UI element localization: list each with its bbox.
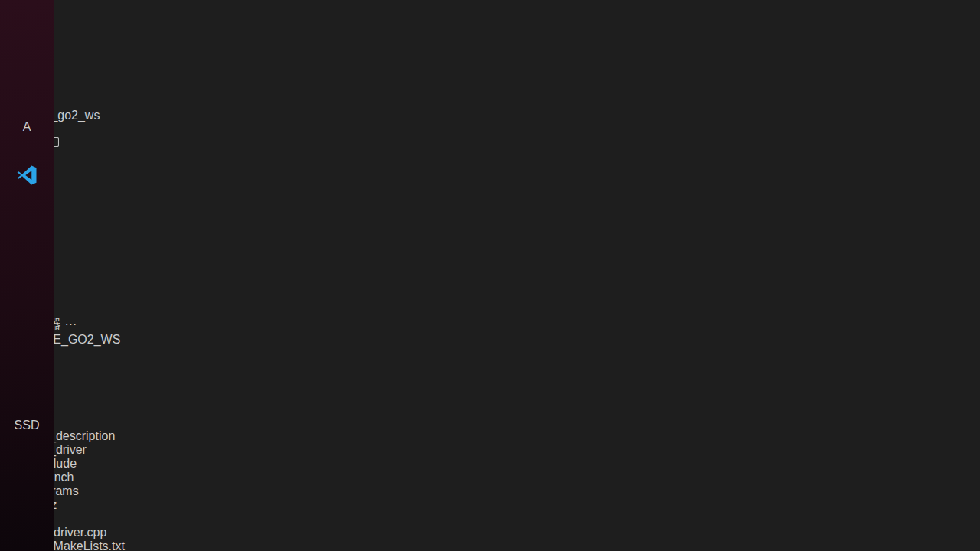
menu-编辑(E)[interactable]: 编辑(E) (0, 33, 980, 49)
screen: ASSD 文件(F)编辑(E)选择(S)查看(V)··· ← → unitree… (0, 0, 980, 551)
account-icon[interactable] (0, 279, 980, 298)
tree-item-label: driver.cpp (54, 526, 106, 539)
layout-controls (0, 136, 980, 150)
activity-bar-bottom: 1 (0, 279, 980, 317)
tree-folder-go2_driver[interactable]: ›go2_driver (0, 443, 980, 457)
vscode-icon[interactable] (10, 160, 44, 194)
explorer-icon[interactable] (0, 164, 980, 183)
search-icon[interactable] (0, 183, 980, 202)
show-applications-icon[interactable] (10, 508, 44, 542)
menu-选择(S)[interactable]: 选择(S) (0, 49, 980, 65)
menu-···[interactable]: ··· (0, 81, 980, 95)
firefox-icon[interactable] (10, 11, 44, 44)
tree-folder-params[interactable]: ›params (0, 484, 980, 498)
tree-folder-launch[interactable]: ›launch (0, 471, 980, 484)
tree-file-CMakeLists.txt[interactable]: MCMakeLists.txt (0, 540, 980, 551)
tree-folder-rviz[interactable]: ›rviz (0, 498, 980, 512)
menu-查看(V)[interactable]: 查看(V) (0, 65, 980, 81)
command-center-search[interactable]: unitree_go2_ws (0, 109, 980, 122)
activity-bar-top (0, 164, 980, 279)
tree-folder-src[interactable]: ›src (0, 402, 980, 416)
window-controls: × (0, 150, 980, 164)
tree-folder-base[interactable]: ›base (0, 416, 980, 429)
desktop-dock: ASSD (0, 0, 54, 551)
history-nav: ← → (0, 95, 980, 109)
tree-file-driver.cpp[interactable]: C++driver.cpp (0, 526, 980, 540)
tree-folder-log[interactable]: ›log (0, 388, 980, 402)
app-circle-2-icon[interactable] (10, 309, 44, 343)
tree-folder-src[interactable]: ›src (0, 512, 980, 526)
files-app-icon[interactable] (10, 60, 44, 94)
app-dim-icon[interactable] (10, 458, 44, 492)
app-circle-3-icon[interactable] (10, 359, 44, 393)
explorer-sidebar: 资源管理器 ··· › UNITREE_GO2_WS ›.vscode›buil… (0, 317, 980, 551)
recorder-app-icon[interactable] (10, 210, 44, 243)
tree-item-label: CMakeLists.txt (44, 540, 125, 551)
source-control-icon[interactable] (0, 202, 980, 221)
file-tree: ›.vscode›build›install›log›src›base›go2_… (0, 347, 980, 551)
sidebar-actions-icon[interactable]: ··· (64, 318, 77, 331)
ubuntu-software-icon[interactable]: A (10, 110, 44, 144)
main-area: 1 资源管理器 ··· › UNITREE_GO2_WS ›.vscode›bu… (0, 164, 980, 551)
testing-icon[interactable] (0, 259, 980, 279)
tree-folder-.vscode[interactable]: ›.vscode (0, 347, 980, 360)
activity-bar: 1 (0, 164, 980, 317)
run-debug-icon[interactable] (0, 221, 980, 240)
tree-folder-install[interactable]: ›install (0, 374, 980, 388)
app-circle-1-icon[interactable] (10, 259, 44, 293)
tree-folder-include[interactable]: ›include (0, 457, 980, 471)
sidebar-header: 资源管理器 ··· (0, 317, 980, 333)
menu-bar: 文件(F)编辑(E)选择(S)查看(V)··· (0, 17, 980, 95)
ssd-drive-icon[interactable]: SSD (10, 409, 44, 442)
titlebar: 文件(F)编辑(E)选择(S)查看(V)··· ← → unitree_go2_… (0, 0, 980, 164)
settings-icon[interactable]: 1 (0, 298, 980, 317)
tree-folder-build[interactable]: ›build (0, 360, 980, 374)
workspace-header[interactable]: › UNITREE_GO2_WS (0, 333, 980, 347)
vscode-window: 文件(F)编辑(E)选择(S)查看(V)··· ← → unitree_go2_… (0, 0, 980, 551)
tree-folder-go2_description[interactable]: ›go2_description (0, 429, 980, 443)
menu-文件(F)[interactable]: 文件(F) (0, 17, 980, 33)
extensions-icon[interactable] (0, 240, 980, 259)
